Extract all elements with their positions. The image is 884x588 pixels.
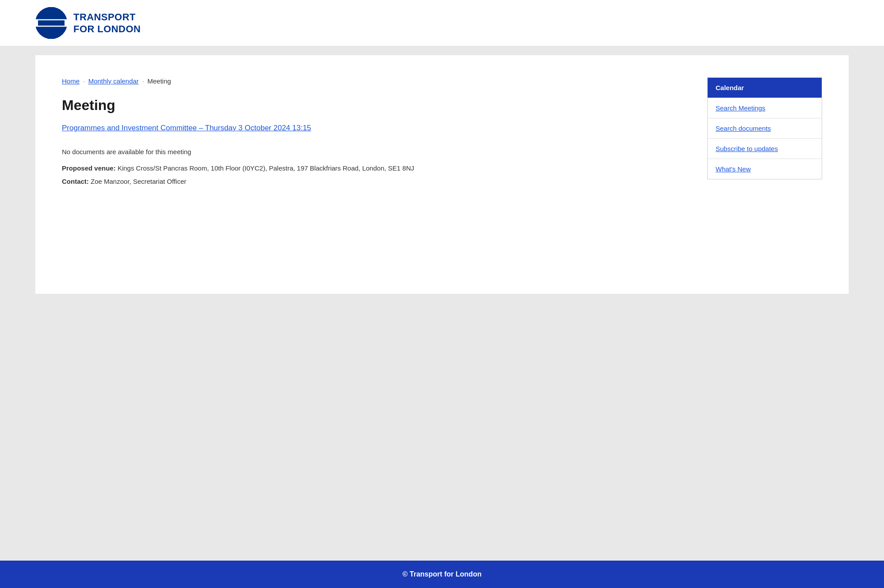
svg-rect-14 bbox=[38, 20, 65, 26]
proposed-venue-value: Kings Cross/St Pancras Room, 10th Floor … bbox=[118, 164, 414, 172]
sidebar: Calendar Search Meetings Search document… bbox=[707, 73, 822, 267]
footer-copyright: © Transport for London bbox=[403, 570, 482, 578]
sidebar-item-search-meetings[interactable]: Search Meetings bbox=[708, 98, 822, 118]
sidebar-item-search-documents[interactable]: Search documents bbox=[708, 118, 822, 139]
sidebar-item-whats-new[interactable]: What's New bbox=[708, 159, 822, 179]
tfl-roundel-icon bbox=[35, 7, 67, 39]
breadcrumb-monthly-calendar[interactable]: Monthly calendar bbox=[88, 77, 139, 85]
content-card: Home · Monthly calendar · Meeting Meetin… bbox=[35, 55, 849, 294]
tfl-logo-link[interactable]: TRANSPORT FOR LONDON bbox=[35, 7, 141, 39]
no-docs-text: No documents are available for this meet… bbox=[62, 146, 681, 158]
breadcrumb-sep-1: · bbox=[83, 78, 85, 84]
proposed-venue-label: Proposed venue: bbox=[62, 164, 116, 172]
contact: Contact: Zoe Manzoor, Secretariat Office… bbox=[62, 176, 681, 187]
contact-value: Zoe Manzoor, Secretariat Officer bbox=[91, 178, 186, 185]
page-title: Meeting bbox=[62, 97, 681, 114]
sidebar-nav: Calendar Search Meetings Search document… bbox=[707, 77, 822, 179]
breadcrumb-sep-2: · bbox=[142, 78, 144, 84]
site-header: TRANSPORT FOR LONDON bbox=[0, 0, 884, 46]
site-footer: © Transport for London bbox=[0, 561, 884, 588]
sidebar-item-calendar[interactable]: Calendar bbox=[708, 78, 822, 98]
org-name: TRANSPORT FOR LONDON bbox=[73, 11, 141, 35]
proposed-venue: Proposed venue: Kings Cross/St Pancras R… bbox=[62, 163, 681, 174]
sidebar-item-subscribe[interactable]: Subscribe to updates bbox=[708, 139, 822, 159]
breadcrumb: Home · Monthly calendar · Meeting bbox=[62, 77, 681, 85]
contact-label: Contact: bbox=[62, 178, 89, 185]
meeting-details: No documents are available for this meet… bbox=[62, 146, 681, 187]
meeting-title-link[interactable]: Programmes and Investment Committee – Th… bbox=[62, 122, 681, 134]
main-content: Home · Monthly calendar · Meeting Meetin… bbox=[62, 73, 681, 267]
breadcrumb-home[interactable]: Home bbox=[62, 77, 80, 85]
page-wrapper: Home · Monthly calendar · Meeting Meetin… bbox=[0, 46, 884, 561]
breadcrumb-current: Meeting bbox=[148, 77, 171, 85]
